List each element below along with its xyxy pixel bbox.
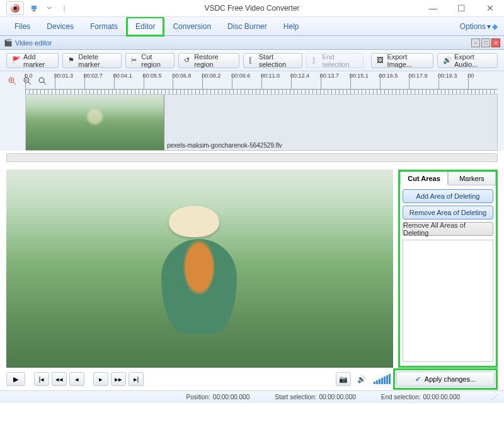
zoom-in-icon[interactable] xyxy=(6,75,18,86)
svg-rect-0 xyxy=(32,6,37,9)
restore-region-button[interactable]: ↺Restore region xyxy=(178,53,239,68)
tab-formats[interactable]: Formats xyxy=(82,18,126,35)
ruler-tick: 00:08.2 xyxy=(202,73,220,79)
svg-line-2 xyxy=(13,82,16,85)
end-selection-value: 00:00:00.000 xyxy=(423,394,460,401)
goto-end-button[interactable]: ▸| xyxy=(129,372,144,386)
editor-toolbar: 🚩Add marker ⚑Delete marker ✂Cut region ↺… xyxy=(0,50,504,71)
ruler-tick: 00 xyxy=(467,73,474,79)
status-end-selection: End selection: 00:00:00.000 xyxy=(381,394,460,401)
start-selection-button[interactable]: ⟦Start selection xyxy=(243,53,302,68)
panel-close-icon[interactable]: × xyxy=(491,38,500,47)
minimize-button[interactable]: — xyxy=(419,0,447,16)
qat-separator: | xyxy=(58,3,71,14)
panel-minimize-icon[interactable]: − xyxy=(471,38,480,47)
film-icon: 🎬 xyxy=(4,38,13,47)
export-image-button[interactable]: 🖼Export Image... xyxy=(371,53,433,68)
maximize-button[interactable]: ☐ xyxy=(447,0,476,16)
step-fwd-button[interactable]: ▸ xyxy=(93,372,108,386)
options-menu[interactable]: Options ▾ ◆ xyxy=(460,22,498,31)
options-label: Options xyxy=(460,22,486,31)
timeline-scrollbar[interactable] xyxy=(6,153,498,162)
add-area-button[interactable]: Add Area of Deleting xyxy=(403,189,493,203)
tab-editor[interactable]: Editor xyxy=(126,16,164,37)
sidepanel-body: Add Area of Deleting Remove Area of Dele… xyxy=(400,185,496,366)
image-icon: 🖼 xyxy=(377,56,384,65)
bracket-right-icon: ⟧ xyxy=(312,56,319,65)
timeline-panel: 0.0 00:01.3 00:02.7 00:04.1 00:05.5 00:0… xyxy=(0,71,504,151)
status-start-selection: Start selection: 00:00:00.000 xyxy=(275,394,356,401)
position-value: 00:00:00.000 xyxy=(213,394,249,401)
play-button[interactable]: ▶ xyxy=(6,372,25,386)
status-bar: Position: 00:00:00.000 Start selection: … xyxy=(0,390,504,403)
flag-x-icon: ⚑ xyxy=(68,56,76,65)
end-selection-label: End selection xyxy=(322,53,358,68)
volume-slider[interactable] xyxy=(374,374,391,384)
restore-region-label: Restore region xyxy=(194,53,233,68)
close-button[interactable]: ✕ xyxy=(476,0,504,16)
export-audio-label: Export Audio... xyxy=(454,53,492,68)
tab-cut-areas[interactable]: Cut Areas xyxy=(400,172,448,185)
ribbon-tabs: Files Devices Formats Editor Conversion … xyxy=(0,17,504,36)
remove-area-button[interactable]: Remove Area of Deleting xyxy=(403,206,493,219)
end-selection-label: End selection: xyxy=(381,394,421,401)
check-icon: ✔ xyxy=(415,375,421,383)
prev-frame-button[interactable]: ◂◂ xyxy=(52,372,67,386)
tab-help[interactable]: Help xyxy=(275,18,307,35)
next-frame-button[interactable]: ▸▸ xyxy=(111,372,126,386)
ruler-tick: 00:17.9 xyxy=(408,73,427,79)
ruler-tick: 00:01.3 xyxy=(54,73,73,79)
goto-start-button[interactable]: |◂ xyxy=(34,372,49,386)
window-title: VSDC Free Video Converter xyxy=(204,4,299,13)
export-audio-button[interactable]: 🔊Export Audio... xyxy=(437,53,498,68)
scissors-icon: ✂ xyxy=(131,56,139,65)
timeline-ruler[interactable]: 0.0 00:01.3 00:02.7 00:04.1 00:05.5 00:0… xyxy=(25,74,498,89)
delete-marker-button[interactable]: ⚑Delete marker xyxy=(62,53,122,68)
flag-red-icon: 🚩 xyxy=(12,56,21,65)
preview-row: Cut Areas Markers Add Area of Deleting R… xyxy=(0,166,504,368)
editor-panel-title: Video editor xyxy=(15,39,52,47)
export-image-label: Export Image... xyxy=(387,53,428,68)
snapshot-button[interactable]: 📷 xyxy=(336,372,351,386)
cut-region-label: Cut region xyxy=(141,53,169,68)
audio-icon: 🔊 xyxy=(443,56,452,65)
tab-disc-burner[interactable]: Disc Burner xyxy=(219,18,275,35)
ruler-tick: 0.0 xyxy=(25,73,33,79)
position-label: Position: xyxy=(186,394,210,401)
ruler-tick: 00:15.1 xyxy=(350,73,369,79)
clip-thumbnail[interactable] xyxy=(26,95,164,150)
ruler-tick: 00:04.1 xyxy=(113,73,132,79)
app-logo xyxy=(6,1,24,15)
tab-files[interactable]: Files xyxy=(6,18,38,35)
resize-grip-icon[interactable]: ⋰ xyxy=(491,394,498,401)
cut-areas-list[interactable] xyxy=(403,240,493,362)
tab-markers[interactable]: Markers xyxy=(448,172,496,185)
tab-devices[interactable]: Devices xyxy=(38,18,82,35)
title-bar: | VSDC Free Video Converter — ☐ ✕ xyxy=(0,0,504,17)
ruler-tick: 00:09.6 xyxy=(231,73,250,79)
restore-icon: ↺ xyxy=(184,56,192,65)
apply-changes-highlight: ✔ Apply changes... xyxy=(393,368,498,390)
chevron-down-icon: ▾ xyxy=(487,22,491,31)
step-back-button[interactable]: ◂ xyxy=(69,372,84,386)
preview-frame xyxy=(6,170,393,368)
panel-restore-icon[interactable]: □ xyxy=(481,38,490,47)
video-preview[interactable] xyxy=(6,170,393,368)
ruler-tick: 00:13.7 xyxy=(320,73,339,79)
end-selection-button: ⟧End selection xyxy=(306,53,364,68)
qat-chevron-icon[interactable] xyxy=(43,3,55,14)
timeline-track[interactable]: pexels-maksim-goncharenok-5642529.flv xyxy=(25,94,498,151)
remove-all-areas-button[interactable]: Remove All Areas of Deleting xyxy=(403,222,493,236)
apply-changes-label: Apply changes... xyxy=(425,375,476,383)
add-marker-button[interactable]: 🚩Add marker xyxy=(6,53,59,68)
ruler-tick: 00:19.3 xyxy=(438,73,457,79)
ruler-tick: 00:02.7 xyxy=(84,73,103,79)
sidepanel-tabs: Cut Areas Markers xyxy=(400,172,496,185)
qat-dropdown-icon[interactable] xyxy=(28,3,40,14)
apply-changes-button[interactable]: ✔ Apply changes... xyxy=(396,371,495,387)
tab-conversion[interactable]: Conversion xyxy=(164,18,219,35)
quick-access-toolbar: | xyxy=(28,3,71,14)
speaker-icon[interactable]: 🔊 xyxy=(357,375,366,383)
cut-region-button[interactable]: ✂Cut region xyxy=(125,53,175,68)
bracket-left-icon: ⟦ xyxy=(249,56,256,65)
